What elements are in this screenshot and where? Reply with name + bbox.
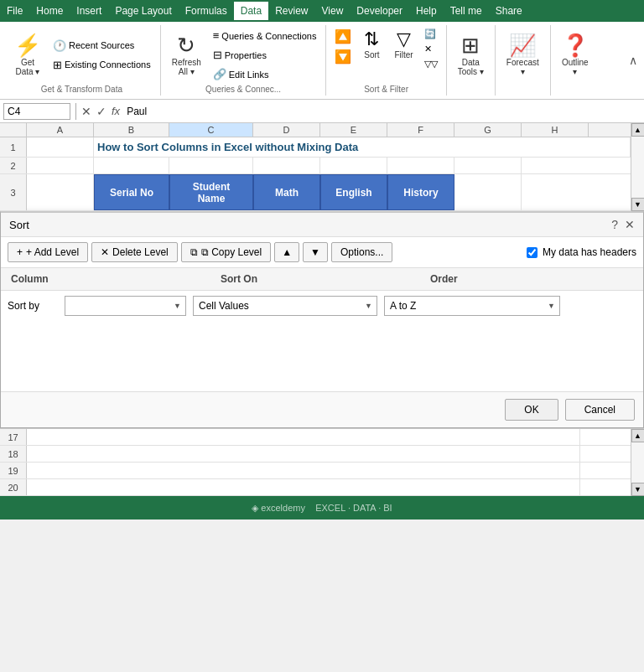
properties-button[interactable]: ⊟ Properties <box>209 46 321 64</box>
delete-level-label: Delete Level <box>112 246 169 258</box>
formula-input[interactable] <box>123 104 641 119</box>
cell-row20[interactable] <box>27 479 580 495</box>
cell-e3-english[interactable]: English <box>320 174 387 210</box>
cell-a1[interactable] <box>27 137 94 157</box>
row-number-17: 17 <box>0 429 27 445</box>
queries-icon: ≡ <box>213 29 220 42</box>
cell-a2[interactable] <box>27 158 94 173</box>
cell-g3[interactable] <box>454 174 522 210</box>
existing-connections-button[interactable]: ⊞ Existing Connections <box>49 56 155 74</box>
menu-data[interactable]: Data <box>234 2 268 20</box>
col-header-a[interactable]: A <box>27 123 94 137</box>
dialog-help-icon[interactable]: ? <box>611 218 618 231</box>
cell-b3-serial[interactable]: Serial No <box>94 174 169 210</box>
cell-f3-history[interactable]: History <box>387 174 454 210</box>
col-header-e[interactable]: E <box>320 123 387 137</box>
forecast-icon: 📈 <box>509 34 536 56</box>
filter-button[interactable]: ▽ Filter <box>388 27 418 71</box>
menu-formulas[interactable]: Formulas <box>179 2 234 20</box>
get-data-button[interactable]: ⚡ GetData ▾ <box>8 31 47 80</box>
cell-f2[interactable] <box>387 158 454 173</box>
cell-a3[interactable] <box>27 174 94 210</box>
move-down-button[interactable]: ▼ <box>303 242 328 262</box>
bottom-scroll-track[interactable] <box>631 442 644 483</box>
cell-b2[interactable] <box>94 158 169 173</box>
edit-links-button[interactable]: 🔗 Edit Links <box>209 65 321 83</box>
cell-row17[interactable] <box>27 429 580 445</box>
sort-by-column-select[interactable] <box>65 296 186 316</box>
bottom-scrollbar[interactable]: ▲ ▼ <box>631 429 644 496</box>
cell-e2[interactable] <box>320 158 387 173</box>
options-label: Options... <box>340 246 383 258</box>
queries-connections-button[interactable]: ≡ Queries & Connections <box>209 27 321 44</box>
delete-level-button[interactable]: ✕ Delete Level <box>91 242 178 262</box>
cell-c2[interactable] <box>169 158 253 173</box>
vertical-scrollbar[interactable]: ▲ ▼ <box>631 123 644 211</box>
sort-button[interactable]: ⇅ Sort <box>356 27 387 71</box>
col-header-h[interactable]: H <box>522 123 589 137</box>
cancel-button[interactable]: Cancel <box>565 399 635 421</box>
menu-share[interactable]: Share <box>489 2 529 20</box>
cell-g2[interactable] <box>454 158 522 173</box>
ribbon-group-get-transform: ⚡ GetData ▾ 🕐 Recent Sources ⊞ Existing … <box>3 25 161 96</box>
menu-file[interactable]: File <box>0 2 29 20</box>
row-number-1: 1 <box>0 137 27 157</box>
col-header-d[interactable]: D <box>253 123 320 137</box>
cell-b1-title[interactable]: How to Sort Columns in Excel without Mix… <box>94 137 631 157</box>
data-tools-button[interactable]: ⊞ DataTools ▾ <box>452 31 490 80</box>
spreadsheet-area: A B C D E F G H 1 How to Sort Columns in… <box>0 123 644 211</box>
cancel-formula-icon[interactable]: ✕ <box>81 105 91 118</box>
menu-developer[interactable]: Developer <box>350 2 409 20</box>
cell-d3-math[interactable]: Math <box>253 174 320 210</box>
menu-page-layout[interactable]: Page Layout <box>108 2 178 20</box>
bottom-scroll-down[interactable]: ▼ <box>631 483 645 496</box>
copy-level-button[interactable]: ⧉ ⧉ Copy Level <box>181 242 271 262</box>
col-header-b[interactable]: B <box>94 123 169 137</box>
confirm-formula-icon[interactable]: ✓ <box>96 105 106 118</box>
advanced-button[interactable]: ▽▽ <box>421 57 441 71</box>
ribbon-collapse-icon[interactable]: ∧ <box>629 54 637 67</box>
reapply-button[interactable]: 🔄 <box>421 27 441 41</box>
cell-row19[interactable] <box>27 463 580 478</box>
menu-help[interactable]: Help <box>409 2 444 20</box>
outline-button[interactable]: ❓ Outline▾ <box>556 31 595 80</box>
menu-home[interactable]: Home <box>29 2 70 20</box>
cell-reference-input[interactable] <box>3 103 70 120</box>
menu-insert[interactable]: Insert <box>70 2 108 20</box>
cell-row18[interactable] <box>27 446 580 462</box>
links-icon: 🔗 <box>213 68 226 80</box>
sort-by-label: Sort by <box>8 300 58 312</box>
clear-button[interactable]: ✕ <box>421 42 441 56</box>
sort-on-select[interactable]: Cell Values <box>193 296 377 316</box>
order-select[interactable]: A to Z <box>384 296 560 316</box>
col-header-f[interactable]: F <box>387 123 454 137</box>
add-level-button[interactable]: + + Add Level <box>8 242 88 262</box>
cell-c3-name[interactable]: StudentName <box>169 174 253 210</box>
bottom-scroll-up[interactable]: ▲ <box>631 429 645 442</box>
forecast-button[interactable]: 📈 Forecast▾ <box>501 31 545 80</box>
col-header-g[interactable]: G <box>454 123 522 137</box>
insert-function-icon[interactable]: fx <box>112 105 120 118</box>
menu-view[interactable]: View <box>315 2 351 20</box>
sort-za-button[interactable]: 🔽 <box>331 47 355 66</box>
my-data-headers-checkbox[interactable] <box>527 247 538 258</box>
scroll-track[interactable] <box>631 137 644 198</box>
get-transform-label: Get & Transform Data <box>41 85 122 94</box>
move-up-button[interactable]: ▲ <box>274 242 299 262</box>
options-button[interactable]: Options... <box>331 242 392 262</box>
cell-d2[interactable] <box>253 158 320 173</box>
refresh-all-button[interactable]: ↻ RefreshAll ▾ <box>166 31 207 80</box>
formula-divider <box>75 103 76 120</box>
col-header-c[interactable]: C <box>169 123 253 137</box>
menu-tell-me[interactable]: Tell me <box>444 2 489 20</box>
data-tools-group-label <box>470 85 472 94</box>
scroll-up-button[interactable]: ▲ <box>631 123 645 137</box>
menu-review[interactable]: Review <box>268 2 314 20</box>
spreadsheet-row-1: 1 How to Sort Columns in Excel without M… <box>0 137 631 158</box>
sort-az-button[interactable]: 🔼 <box>331 27 355 46</box>
recent-sources-button[interactable]: 🕐 Recent Sources <box>49 37 155 54</box>
recent-sources-label: Recent Sources <box>69 40 134 50</box>
dialog-close-icon[interactable]: ✕ <box>625 218 635 231</box>
ok-button[interactable]: OK <box>505 399 558 421</box>
scroll-down-button[interactable]: ▼ <box>631 198 645 211</box>
